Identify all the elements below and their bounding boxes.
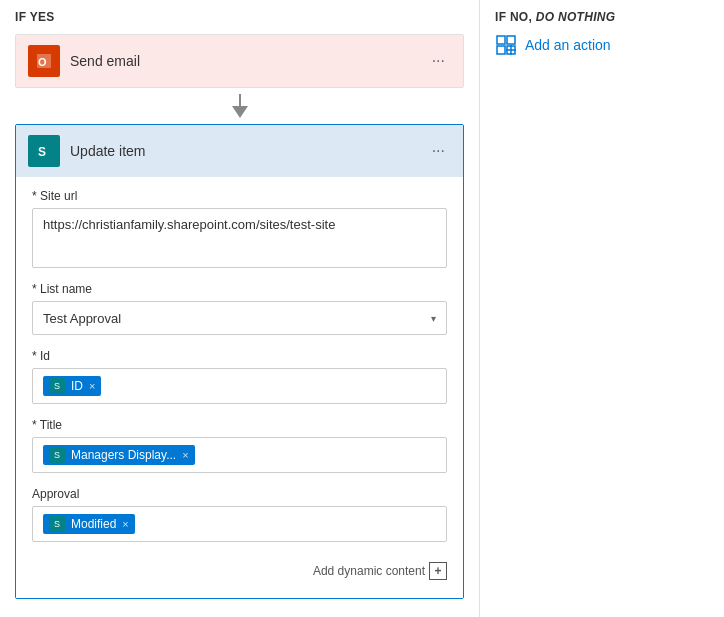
id-token-close[interactable]: × xyxy=(89,380,95,392)
site-url-field: * Site url https://christianfamily.share… xyxy=(32,189,447,268)
approval-token-close[interactable]: × xyxy=(122,518,128,530)
add-dynamic-content-bar: Add dynamic content + xyxy=(32,556,447,586)
add-dynamic-content-button[interactable]: + xyxy=(429,562,447,580)
list-name-dropdown[interactable]: Test Approval ▾ xyxy=(32,301,447,335)
title-token-icon: S xyxy=(49,447,65,463)
site-url-value: https://christianfamily.sharepoint.com/s… xyxy=(43,217,335,232)
id-label: * Id xyxy=(32,349,447,363)
list-name-field: * List name Test Approval ▾ xyxy=(32,282,447,335)
update-item-card-header: S Update item ··· xyxy=(16,125,463,177)
title-token-input[interactable]: S Managers Display... × xyxy=(32,437,447,473)
send-email-title: Send email xyxy=(70,53,426,69)
left-panel: IF YES O Send email ··· S xyxy=(0,0,480,617)
sharepoint-icon: S xyxy=(28,135,60,167)
id-token-icon: S xyxy=(49,378,65,394)
id-field: * Id S ID × xyxy=(32,349,447,404)
list-name-label: * List name xyxy=(32,282,447,296)
if-no-do-nothing: DO NOTHING xyxy=(536,10,616,24)
if-no-header: IF NO, DO NOTHING xyxy=(495,10,709,24)
approval-label: Approval xyxy=(32,487,447,501)
svg-rect-3 xyxy=(497,36,505,44)
approval-token-label: Modified xyxy=(71,517,116,531)
send-email-card-header: O Send email ··· xyxy=(16,35,463,87)
title-field: * Title S Managers Display... × xyxy=(32,418,447,473)
svg-rect-5 xyxy=(497,46,505,54)
right-panel: IF NO, DO NOTHING Add an action xyxy=(480,0,724,617)
svg-rect-4 xyxy=(507,36,515,44)
id-token-label: ID xyxy=(71,379,83,393)
approval-token-input[interactable]: S Modified × xyxy=(32,506,447,542)
office-icon: O xyxy=(28,45,60,77)
if-yes-header: IF YES xyxy=(15,10,464,24)
title-token-label: Managers Display... xyxy=(71,448,176,462)
id-token-input[interactable]: S ID × xyxy=(32,368,447,404)
title-token-close[interactable]: × xyxy=(182,449,188,461)
update-item-menu-button[interactable]: ··· xyxy=(426,140,451,162)
add-action-button[interactable]: Add an action xyxy=(495,34,709,56)
update-item-title: Update item xyxy=(70,143,426,159)
update-item-body: * Site url https://christianfamily.share… xyxy=(16,177,463,598)
approval-field: Approval S Modified × xyxy=(32,487,447,542)
site-url-label: * Site url xyxy=(32,189,447,203)
send-email-menu-button[interactable]: ··· xyxy=(426,50,451,72)
list-name-dropdown-arrow: ▾ xyxy=(431,313,436,324)
add-action-icon xyxy=(495,34,517,56)
update-item-card: S Update item ··· * Site url https://chr… xyxy=(15,124,464,599)
approval-token: S Modified × xyxy=(43,514,135,534)
approval-token-icon: S xyxy=(49,516,65,532)
site-url-input[interactable]: https://christianfamily.sharepoint.com/s… xyxy=(32,208,447,268)
title-token: S Managers Display... × xyxy=(43,445,195,465)
svg-text:S: S xyxy=(38,145,46,159)
id-token: S ID × xyxy=(43,376,101,396)
title-label: * Title xyxy=(32,418,447,432)
if-no-text: IF NO, xyxy=(495,10,536,24)
add-action-label: Add an action xyxy=(525,37,611,53)
add-dynamic-content-label: Add dynamic content xyxy=(313,564,425,578)
arrow-connector xyxy=(15,88,464,124)
list-name-value: Test Approval xyxy=(43,311,121,326)
send-email-card: O Send email ··· xyxy=(15,34,464,88)
svg-text:O: O xyxy=(38,56,47,68)
